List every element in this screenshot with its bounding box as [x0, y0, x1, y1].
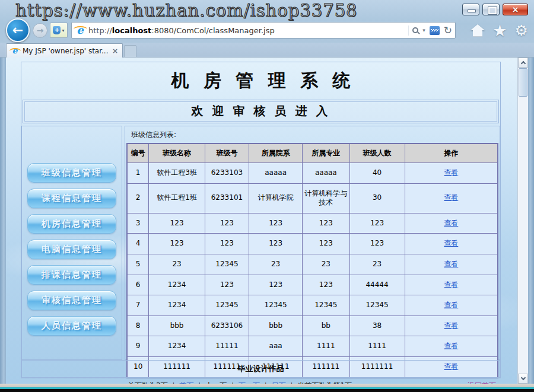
search-dropdown-icon[interactable]: ▾	[422, 27, 425, 33]
action-cell: 查看	[405, 315, 498, 336]
pagination-bar: 总页数为3页｜首页｜上一页｜下一页｜尾页｜当前页数为第1页 返回首页	[126, 378, 498, 384]
table-cell: bb	[303, 315, 349, 336]
browser-toolbar: ← → + ▾ e http://localhost:8080/ComCol/c…	[0, 18, 534, 43]
action-cell: 查看	[405, 295, 498, 316]
forward-button[interactable]: →	[33, 23, 47, 38]
home-icon[interactable]	[471, 24, 485, 37]
table-cell: bbb	[249, 315, 303, 336]
table-cell: 1111	[349, 336, 405, 357]
view-link[interactable]: 查看	[444, 321, 458, 330]
scroll-down-arrow-icon[interactable]	[518, 374, 528, 384]
table-cell: aaa	[249, 336, 303, 357]
address-bar-icons: ▾ ↻	[408, 26, 452, 36]
tab-favicon: e	[11, 47, 19, 55]
table-row: 6123412312312344444查看	[127, 275, 498, 295]
minimize-button[interactable]	[462, 4, 479, 15]
window-frame-left	[0, 58, 6, 384]
sidebar-button-6[interactable]: 审核信息管理	[27, 291, 116, 310]
table-cell: 12345	[349, 295, 405, 316]
page-footer: 毕业设计作品	[21, 360, 500, 378]
scrollbar-thumb[interactable]	[519, 68, 527, 97]
url-text[interactable]: http://localhost:8080/ComCol/classManage…	[88, 26, 405, 35]
table-cell: 1234	[149, 336, 205, 357]
table-cell: 123	[349, 234, 405, 254]
table-cell: 123	[205, 234, 249, 254]
table-cell: aaaaa	[303, 163, 349, 184]
table-row: 1软件工程3班6233103aaaaaaaaaa40查看	[127, 163, 498, 184]
view-link[interactable]: 查看	[444, 168, 458, 177]
table-cell: 2	[127, 183, 149, 213]
view-link[interactable]: 查看	[444, 219, 458, 227]
view-link[interactable]: 查看	[444, 239, 458, 247]
table-cell: 4	[127, 234, 149, 254]
table-cell: 12345	[303, 295, 349, 316]
address-bar[interactable]: e http://localhost:8080/ComCol/classMana…	[71, 22, 456, 39]
table-row: 4123123123123123查看	[127, 234, 498, 254]
action-cell: 查看	[405, 234, 498, 254]
status-bar	[0, 384, 534, 392]
table-cell: 1	[127, 163, 149, 184]
table-row: 52312345232323查看	[127, 254, 498, 275]
back-button[interactable]: ←	[6, 18, 30, 42]
view-link[interactable]: 查看	[444, 193, 458, 202]
table-cell: 40	[349, 163, 405, 184]
table-cell: 计算机学院	[249, 183, 303, 213]
table-cell: 11111	[205, 336, 249, 357]
table-cell: 1234	[149, 275, 205, 295]
action-cell: 查看	[405, 163, 498, 184]
table-header-cell: 所属专业	[303, 144, 349, 163]
browser-window: https://www.huzhan.com/ishop33758 × ← → …	[0, 0, 534, 392]
maximize-button[interactable]	[482, 4, 500, 15]
table-cell: 6233106	[205, 315, 249, 336]
window-controls: ×	[462, 4, 528, 15]
table-cell: 123	[205, 275, 249, 295]
view-link[interactable]: 查看	[444, 281, 458, 289]
new-tab-stub[interactable]	[124, 45, 136, 58]
sidebar: 班级信息管理课程信息管理机房信息管理电脑信息管理排课信息管理审核信息管理人员信息…	[21, 126, 122, 360]
table-caption: 班级信息列表:	[126, 128, 498, 143]
table-header-cell: 编号	[127, 144, 149, 163]
view-link[interactable]: 查看	[444, 260, 458, 268]
sidebar-button-3[interactable]: 机房信息管理	[27, 214, 116, 234]
table-cell: 38	[349, 315, 405, 336]
table-cell: 123	[149, 234, 205, 254]
table-header-cell: 班级人数	[349, 144, 405, 163]
table-cell: 23	[249, 254, 303, 275]
zoom-badge-button[interactable]: + ▾	[50, 23, 68, 38]
table-cell: 123	[303, 234, 349, 254]
tab-title: My JSP 'owner.jsp' star...	[23, 47, 109, 55]
close-button[interactable]: ×	[503, 4, 528, 15]
sidebar-button-4[interactable]: 电脑信息管理	[27, 240, 116, 259]
table-cell: 123	[149, 213, 205, 234]
tab-close-icon[interactable]: ×	[112, 47, 118, 55]
table-cell: 123	[249, 234, 303, 254]
ie-page-icon: e	[75, 25, 85, 36]
view-link[interactable]: 查看	[444, 301, 458, 309]
table-header-cell: 所属院系	[249, 144, 303, 163]
table-body: 1软件工程3班6233103aaaaaaaaaa40查看2软件工程1班62331…	[127, 163, 498, 378]
table-cell: bbb	[149, 315, 205, 336]
settings-gear-icon[interactable]: ⚙	[515, 23, 528, 38]
table-row: 3123123123123123查看	[127, 213, 498, 234]
compatibility-view-icon[interactable]	[430, 26, 440, 35]
search-icon[interactable]	[412, 27, 418, 33]
action-cell: 查看	[405, 336, 498, 357]
table-header-cell: 班级名称	[149, 144, 205, 163]
table-header-row: 编号班级名称班级号所属院系所属专业班级人数操作	[127, 144, 498, 163]
table-cell: 12345	[205, 295, 249, 316]
browser-tab[interactable]: e My JSP 'owner.jsp' star... ×	[6, 43, 123, 58]
sidebar-button-1[interactable]: 班级信息管理	[27, 163, 116, 183]
refresh-icon[interactable]: ↻	[444, 26, 452, 36]
tab-bar: e My JSP 'owner.jsp' star... ×	[0, 43, 534, 58]
table-cell: 23	[303, 254, 349, 275]
sidebar-button-7[interactable]: 人员信息管理	[27, 316, 116, 336]
favorites-star-icon[interactable]: ★	[492, 23, 507, 39]
table-cell: 计算机科学与技术	[303, 183, 349, 213]
table-cell: 23	[149, 254, 205, 275]
view-link[interactable]: 查看	[444, 342, 458, 350]
scroll-up-arrow-icon[interactable]	[518, 58, 528, 68]
vertical-scrollbar[interactable]	[517, 58, 528, 384]
badge-plus-icon: +	[53, 26, 61, 34]
sidebar-button-5[interactable]: 排课信息管理	[27, 265, 116, 285]
sidebar-button-2[interactable]: 课程信息管理	[27, 189, 116, 208]
